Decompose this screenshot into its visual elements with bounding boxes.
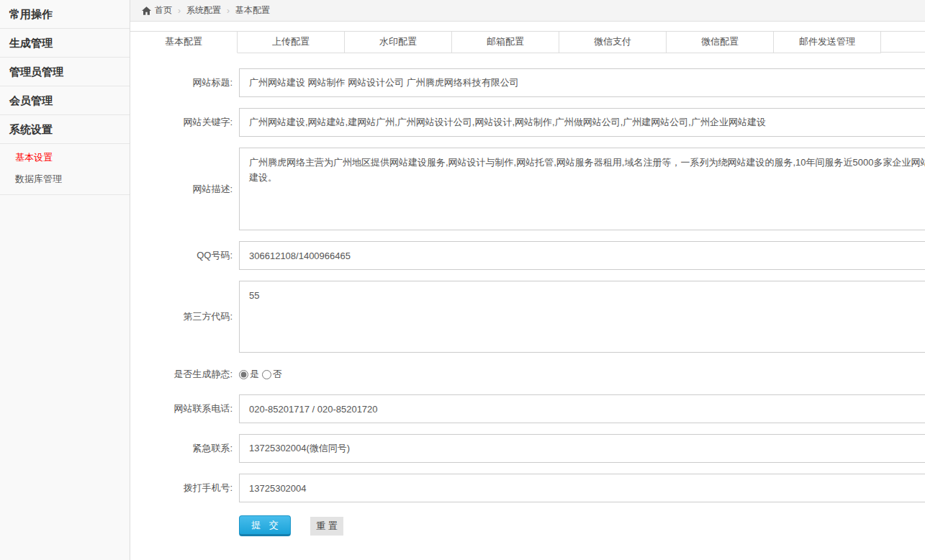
generate-static-radio-group: 是 否 [239,368,925,381]
tabs-filler [881,32,925,53]
main-content: 首页 › 系统配置 › 基本配置 基本配置 上传配置 水印配置 邮箱配置 微信支… [130,0,925,560]
sidebar: 常用操作 生成管理 管理员管理 会员管理 系统设置 基本设置 数据库管理 [0,0,130,560]
generate-static-no-radio[interactable] [262,370,271,379]
generate-static-no-label[interactable]: 否 [273,368,282,381]
site-title-label: 网站标题: [130,76,239,89]
tab-watermark-config[interactable]: 水印配置 [345,32,452,53]
tab-wechat-pay[interactable]: 微信支付 [559,32,667,53]
generate-static-yes-label[interactable]: 是 [250,368,259,381]
form-row-mobile-number: 拨打手机号: [130,474,925,502]
basic-config-form: 网站标题: 网站关键字: 网站描述: 广州腾虎网络主营为广州地区提供网站建设服务… [130,53,925,536]
breadcrumb-system-config[interactable]: 系统配置 [186,4,221,17]
sidebar-subitem-basic-settings[interactable]: 基本设置 [0,147,130,168]
sidebar-subitem-database-management[interactable]: 数据库管理 [0,168,130,190]
third-party-code-label: 第三方代码: [130,310,239,323]
site-keywords-input[interactable] [239,108,925,137]
sidebar-item-generate-management[interactable]: 生成管理 [0,29,130,58]
tab-mail-send-management[interactable]: 邮件发送管理 [774,32,881,53]
breadcrumb-current-page: 基本配置 [235,4,270,17]
sidebar-item-system-settings[interactable]: 系统设置 [0,115,130,144]
home-icon [142,6,151,15]
form-row-site-description: 网站描述: 广州腾虎网络主营为广州地区提供网站建设服务,网站设计与制作,网站托管… [130,148,925,230]
form-row-site-title: 网站标题: [130,68,925,97]
form-row-qq-number: QQ号码: [130,241,925,270]
form-row-site-keywords: 网站关键字: [130,108,925,137]
breadcrumb-separator: › [227,6,230,16]
contact-phone-label: 网站联系电话: [130,402,239,415]
tab-upload-config[interactable]: 上传配置 [238,32,345,53]
site-title-input[interactable] [239,68,925,97]
generate-static-yes-radio[interactable] [239,370,248,379]
tab-basic-config[interactable]: 基本配置 [130,32,238,53]
third-party-code-textarea[interactable]: 55 [239,281,925,353]
form-row-contact-phone: 网站联系电话: [130,394,925,423]
form-row-generate-static: 是否生成静态: 是 否 [130,368,925,381]
sidebar-item-admin-management[interactable]: 管理员管理 [0,58,130,86]
mobile-number-label: 拨打手机号: [130,482,239,494]
emergency-contact-input[interactable] [239,434,925,463]
form-row-emergency-contact: 紧急联系: [130,434,925,463]
site-description-label: 网站描述: [130,183,239,196]
form-buttons: 提 交 重 置 [239,515,925,536]
tab-wechat-config[interactable]: 微信配置 [667,32,774,53]
breadcrumb-home-link[interactable]: 首页 [142,4,172,17]
tab-mailbox-config[interactable]: 邮箱配置 [452,32,559,53]
reset-button[interactable]: 重 置 [310,517,343,536]
site-keywords-label: 网站关键字: [130,116,239,129]
breadcrumb: 首页 › 系统配置 › 基本配置 [130,0,925,22]
config-tabs: 基本配置 上传配置 水印配置 邮箱配置 微信支付 微信配置 邮件发送管理 [130,31,925,53]
admin-layout: 常用操作 生成管理 管理员管理 会员管理 系统设置 基本设置 数据库管理 首页 … [0,0,925,560]
sidebar-item-common-operations[interactable]: 常用操作 [0,0,130,29]
form-row-third-party-code: 第三方代码: 55 [130,281,925,353]
sidebar-subgroup-system-settings: 基本设置 数据库管理 [0,144,130,195]
submit-button[interactable]: 提 交 [239,515,291,536]
qq-number-input[interactable] [239,241,925,270]
emergency-contact-label: 紧急联系: [130,442,239,455]
site-description-textarea[interactable]: 广州腾虎网络主营为广州地区提供网站建设服务,网站设计与制作,网站托管,网站服务器… [239,148,925,230]
qq-number-label: QQ号码: [130,249,239,262]
generate-static-label: 是否生成静态: [130,368,239,381]
breadcrumb-separator: › [178,6,181,16]
sidebar-item-member-management[interactable]: 会员管理 [0,86,130,115]
breadcrumb-home-label: 首页 [155,4,172,17]
mobile-number-input[interactable] [239,474,925,502]
contact-phone-input[interactable] [239,394,925,423]
